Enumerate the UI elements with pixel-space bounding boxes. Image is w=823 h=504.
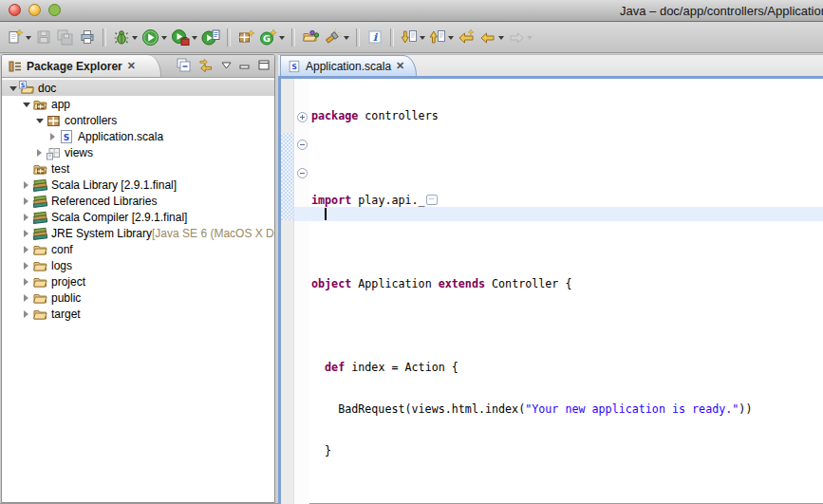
run-dropdown[interactable] — [161, 36, 167, 43]
previous-annotation-button[interactable] — [427, 25, 456, 49]
print-button[interactable] — [77, 25, 98, 49]
close-view-icon[interactable]: ✕ — [127, 61, 136, 71]
editor-tab-strip: Application.scala ✕ — [278, 54, 823, 76]
folder-icon — [32, 242, 47, 257]
new-wizard-dropdown[interactable] — [26, 36, 31, 43]
folder-icon — [32, 290, 47, 306]
code-line: import play.api._ — [311, 194, 823, 208]
search-dropdown[interactable] — [344, 36, 349, 43]
save-button[interactable] — [33, 25, 54, 49]
code-editor[interactable]: package controllers import play.api._ ob… — [309, 79, 823, 504]
tree-item-controllers[interactable]: controllers — [2, 112, 274, 128]
code-text: )) — [739, 402, 752, 416]
package-icon — [46, 113, 61, 128]
expand-arrow-icon[interactable] — [33, 149, 46, 157]
expand-arrow-icon[interactable] — [20, 246, 32, 253]
keyword: package — [311, 109, 358, 122]
tree-item-logs[interactable]: logs — [2, 257, 274, 273]
tree-item-application-scala[interactable]: Application.scala — [2, 128, 274, 144]
collapse-arrow-icon[interactable] — [20, 102, 32, 107]
next-annotation-dropdown[interactable] — [420, 36, 425, 43]
run-last-launched-button[interactable] — [199, 25, 222, 49]
views-package-icon — [46, 145, 61, 160]
tree-item-project[interactable]: project — [2, 273, 274, 289]
main-toolbar: G i — [0, 22, 823, 53]
close-tab-icon[interactable]: ✕ — [396, 61, 404, 71]
code-text — [311, 361, 325, 374]
expand-arrow-icon[interactable] — [20, 181, 32, 189]
maximize-view-icon[interactable] — [258, 60, 270, 70]
tree-item-scala-library[interactable]: Scala Library [2.9.1.final] — [2, 177, 274, 193]
tree-item-doc[interactable]: doc — [2, 80, 274, 96]
debug-button[interactable] — [111, 25, 140, 49]
new-java-class-dropdown[interactable] — [279, 36, 285, 43]
library-icon — [32, 177, 47, 193]
debug-dropdown[interactable] — [132, 36, 138, 43]
expand-arrow-icon[interactable] — [20, 197, 32, 205]
tree-item-public[interactable]: public — [2, 289, 274, 306]
library-icon — [32, 194, 47, 209]
back-dropdown[interactable] — [498, 36, 504, 43]
keyword: object — [311, 277, 351, 290]
code-line: } — [311, 444, 823, 458]
tree-item-conf[interactable]: conf — [2, 241, 274, 257]
last-edit-location-button[interactable] — [456, 25, 477, 49]
expand-arrow-icon[interactable] — [20, 294, 32, 302]
collapse-all-icon[interactable] — [177, 58, 191, 72]
close-button[interactable] — [9, 4, 21, 16]
collapse-arrow-icon[interactable] — [33, 118, 46, 123]
tree-item-target[interactable]: target — [2, 306, 274, 322]
run-button[interactable] — [140, 25, 169, 49]
collapse-arrow-icon[interactable] — [7, 85, 19, 91]
tree-item-label: project — [51, 275, 85, 289]
annotation-ruler[interactable] — [281, 79, 294, 504]
expand-arrow-icon[interactable] — [20, 262, 32, 270]
expand-arrow-icon[interactable] — [47, 133, 59, 140]
expand-arrow-icon[interactable] — [20, 310, 32, 318]
code-line: BadRequest(views.html.index("Your new ap… — [311, 402, 823, 417]
range-indicator — [281, 133, 293, 220]
code-text: Application — [351, 277, 438, 290]
back-button[interactable] — [477, 25, 506, 49]
tree-item-label: target — [51, 308, 81, 321]
info-button[interactable]: i — [365, 25, 385, 49]
new-wizard-button[interactable] — [5, 25, 33, 49]
forward-button[interactable] — [506, 25, 534, 49]
minimize-view-icon[interactable] — [239, 61, 251, 70]
minimize-button[interactable] — [28, 4, 41, 16]
zoom-button[interactable] — [48, 4, 61, 16]
collapsed-region-indicator[interactable] — [426, 195, 438, 205]
link-with-editor-icon[interactable] — [198, 58, 214, 72]
collapse-fold-icon[interactable] — [297, 140, 308, 150]
external-tools-button[interactable] — [169, 25, 199, 49]
package-explorer-tab[interactable]: Package Explorer ✕ — [2, 55, 161, 77]
collapse-fold-icon[interactable] — [297, 168, 308, 178]
view-menu-icon[interactable] — [221, 62, 232, 69]
tree-item-referenced-libraries[interactable]: Referenced Libraries — [2, 193, 274, 209]
tree-item-views[interactable]: views — [2, 144, 274, 160]
expand-arrow-icon[interactable] — [20, 230, 32, 237]
tree-item-test[interactable]: test — [2, 160, 274, 177]
forward-dropdown[interactable] — [527, 36, 533, 43]
next-annotation-button[interactable] — [399, 25, 427, 49]
tree-item-app[interactable]: app — [2, 96, 274, 112]
tree-item-decoration: [Java SE 6 (MacOS X Def — [152, 227, 275, 240]
new-java-package-button[interactable] — [235, 25, 257, 49]
text-cursor — [325, 208, 327, 220]
window-titlebar: Java – doc/app/controllers/Application.s… — [0, 0, 823, 22]
editor-tab-application-scala[interactable]: Application.scala ✕ — [280, 55, 417, 76]
new-java-class-button[interactable]: G — [257, 25, 287, 49]
previous-annotation-dropdown[interactable] — [448, 36, 454, 43]
open-element-button[interactable] — [300, 25, 322, 49]
save-all-button[interactable] — [54, 25, 77, 49]
tree-item-label: public — [51, 291, 81, 305]
expand-fold-icon[interactable] — [297, 112, 308, 122]
tree-item-jre-system-library[interactable]: JRE System Library [Java SE 6 (MacOS X D… — [2, 225, 274, 241]
expand-arrow-icon[interactable] — [20, 214, 32, 221]
external-tools-dropdown[interactable] — [192, 36, 197, 43]
editor-body: package controllers import play.api._ ob… — [278, 79, 823, 504]
search-button[interactable] — [322, 25, 351, 49]
tree-item-scala-compiler[interactable]: Scala Compiler [2.9.1.final] — [2, 209, 274, 225]
expand-arrow-icon[interactable] — [20, 278, 32, 286]
scala-project-icon — [19, 81, 34, 96]
